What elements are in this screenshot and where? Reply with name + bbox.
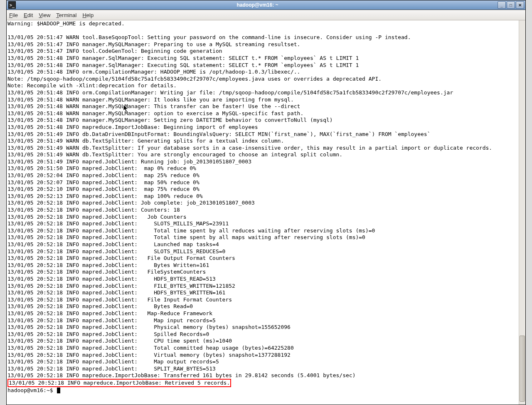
window-title: hadoop@vm16: ~ (17, 2, 498, 8)
menu-view[interactable]: View (39, 12, 50, 18)
vertical-scrollbar[interactable] (519, 20, 525, 405)
app-icon: >_ (8, 1, 16, 9)
terminal-window: >_ hadoop@vm16: ~ _ □ ✕ File Edit View T… (6, 0, 526, 405)
menu-edit[interactable]: Edit (24, 12, 33, 18)
menu-help[interactable]: Help (82, 12, 94, 18)
window-controls: _ □ ✕ (498, 1, 524, 9)
close-button[interactable]: ✕ (516, 1, 524, 9)
highlighted-line: 13/01/05 20:52:18 INFO mapreduce.ImportJ… (7, 379, 231, 388)
terminal-body-wrap: Warning: $HADOOP_HOME is deprecated. 13/… (7, 20, 525, 405)
titlebar[interactable]: >_ hadoop@vm16: ~ _ □ ✕ (7, 0, 525, 10)
shell-prompt: hadoop@vm16:~$ (7, 387, 56, 393)
text-cursor (57, 388, 60, 393)
minimize-button[interactable]: _ (498, 1, 506, 9)
menu-file[interactable]: File (9, 12, 18, 18)
maximize-button[interactable]: □ (507, 1, 515, 9)
menubar: File Edit View Terminal Help (7, 10, 525, 20)
scroll-thumb[interactable] (520, 336, 525, 402)
menu-terminal[interactable]: Terminal (56, 12, 76, 18)
terminal-output[interactable]: Warning: $HADOOP_HOME is deprecated. 13/… (7, 20, 519, 405)
